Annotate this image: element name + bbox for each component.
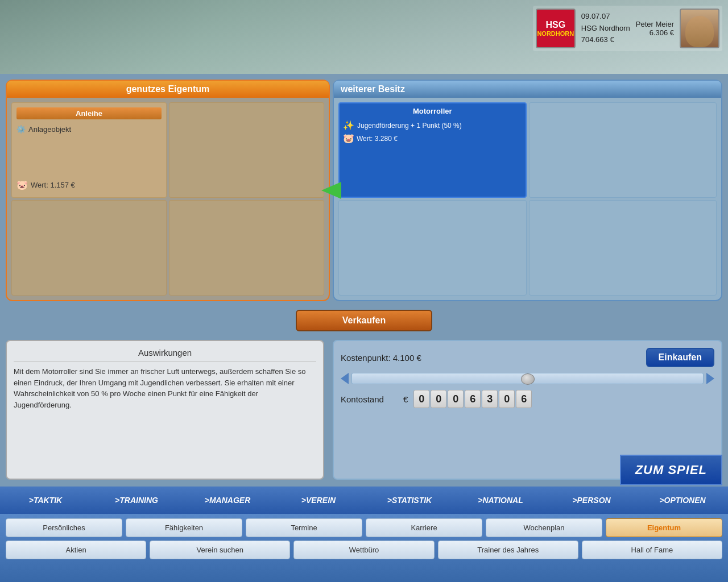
logo-text: HSG <box>545 20 565 30</box>
nav-manager[interactable]: >MANAGER <box>182 488 273 513</box>
nav-training[interactable]: >TRAINING <box>91 488 182 513</box>
bottom-section: Auswirkungen Mit dem Motorroller sind Si… <box>6 340 722 480</box>
panels-row: genutzes Eigentum Anleihe ⚙️ Anlageobjek… <box>6 80 722 301</box>
einkaufen-button[interactable]: Einkaufen <box>646 348 714 367</box>
club-logo: HSG NORDHORN <box>536 9 576 48</box>
kostenpunkt-row: Kostenpunkt: 4.100 € Einkaufen <box>341 348 714 367</box>
slider-row <box>341 373 714 384</box>
left-cell-2[interactable] <box>169 102 324 198</box>
verkaufen-row: Verkaufen <box>6 310 722 331</box>
kontostand-digits: 0006306 <box>413 390 532 408</box>
tab-personliches[interactable]: Persönliches <box>6 518 122 537</box>
tabs-row-2: Aktien Verein suchen Wettbüro Trainer de… <box>6 541 722 559</box>
tabs-area: Persönliches Fähigkeiten Termine Karrier… <box>0 514 728 582</box>
nav-bar: >TAKTIK >TRAINING >MANAGER >VEREIN >STAT… <box>0 487 728 514</box>
tab-trainer-des-jahres[interactable]: Trainer des Jahres <box>438 541 578 559</box>
digit-box: 6 <box>465 390 481 408</box>
digit-box: 0 <box>431 390 446 408</box>
motorroller-cell[interactable]: Motorroller ✨ Jugendförderung + 1 Punkt … <box>338 102 527 198</box>
digit-box: 6 <box>516 390 532 408</box>
nav-taktik[interactable]: >TAKTIK <box>0 488 91 513</box>
star-icon: ✨ <box>343 120 354 131</box>
transfer-left-arrow[interactable] <box>321 182 341 199</box>
header: HSG NORDHORN 09.07.07 HSG Nordhorn 704.6… <box>533 6 722 51</box>
transfer-arrow-container[interactable] <box>321 182 341 199</box>
avatar <box>680 9 719 48</box>
slider-left-arrow[interactable] <box>341 373 349 384</box>
nav-national[interactable]: >NATIONAL <box>455 488 546 513</box>
motorroller-value: 🐷 Wert: 3.280 € <box>343 133 522 144</box>
nav-statistik[interactable]: >STATISTIK <box>364 488 455 513</box>
kontostand-label: Kontostand <box>341 394 398 404</box>
gear-icon: ⚙️ <box>16 125 26 134</box>
right-grid: Motorroller ✨ Jugendförderung + 1 Punkt … <box>338 102 717 296</box>
digit-box: 0 <box>413 390 429 408</box>
right-panel-title: weiterer Besitz <box>334 81 721 98</box>
left-cell-3[interactable] <box>11 200 167 296</box>
nav-verein[interactable]: >VEREIN <box>273 488 364 513</box>
auswirkungen-text: Mit dem Motorroller sind Sie immer an fr… <box>14 366 316 410</box>
auswirkungen-panel: Auswirkungen Mit dem Motorroller sind Si… <box>6 340 324 480</box>
right-cell-2[interactable] <box>529 102 717 198</box>
motorroller-title: Motorroller <box>343 107 522 115</box>
digit-box: 0 <box>448 390 464 408</box>
nav-person[interactable]: >PERSON <box>546 488 637 513</box>
cell-1-header: Anleihe <box>16 107 162 119</box>
right-cell-3[interactable] <box>338 200 527 296</box>
header-balance: 704.663 € <box>581 34 630 46</box>
left-grid: Anleihe ⚙️ Anlageobjekt 🐷 Wert: 1.157 € <box>11 102 324 296</box>
pig-icon-2: 🐷 <box>343 133 354 144</box>
avatar-face <box>685 16 714 47</box>
left-cell-1[interactable]: Anleihe ⚙️ Anlageobjekt 🐷 Wert: 1.157 € <box>11 102 167 198</box>
kontostand-row: Kontostand € 0006306 <box>341 390 714 408</box>
tab-eigentum[interactable]: Eigentum <box>606 518 722 537</box>
right-cell-4[interactable] <box>529 200 717 296</box>
zum-spiel-area: ZUM SPIEL <box>620 455 722 485</box>
digit-box: 3 <box>482 390 498 408</box>
main-content: genutzes Eigentum Anleihe ⚙️ Anlageobjek… <box>0 74 728 485</box>
tab-verein-suchen[interactable]: Verein suchen <box>150 541 290 559</box>
tab-hall-of-fame[interactable]: Hall of Fame <box>582 541 722 559</box>
slider-right-arrow[interactable] <box>706 373 714 384</box>
zum-spiel-button[interactable]: ZUM SPIEL <box>620 455 722 485</box>
kontostand-currency: € <box>403 394 408 404</box>
left-panel-title: genutzes Eigentum <box>7 81 329 98</box>
pig-icon-1: 🐷 <box>16 180 28 190</box>
manager-salary: 6.306 € <box>650 28 674 37</box>
header-date: 09.07.07 <box>581 11 630 23</box>
auswirkungen-title: Auswirkungen <box>14 348 316 361</box>
right-panel: weiterer Besitz Motorroller ✨ Jugendförd… <box>333 80 722 301</box>
cell-1-value: 🐷 Wert: 1.157 € <box>16 180 162 190</box>
left-cell-4[interactable] <box>169 200 324 296</box>
manager-info: Peter Meier 6.306 € <box>636 20 674 37</box>
header-info: 09.07.07 HSG Nordhorn 704.663 € <box>581 11 630 46</box>
manager-name: Peter Meier <box>636 20 674 28</box>
motorroller-bonus: ✨ Jugendförderung + 1 Punkt (50 %) <box>343 120 522 131</box>
tab-wettburo[interactable]: Wettbüro <box>293 541 434 559</box>
header-club: HSG Nordhorn <box>581 23 630 35</box>
digit-box: 0 <box>499 390 515 408</box>
verkaufen-button[interactable]: Verkaufen <box>296 310 432 331</box>
tab-fahigkeiten[interactable]: Fähigkeiten <box>126 518 242 537</box>
slider-track[interactable] <box>351 373 704 384</box>
tab-aktien[interactable]: Aktien <box>6 541 146 559</box>
tab-karriere[interactable]: Karriere <box>366 518 482 537</box>
slider-thumb[interactable] <box>521 373 535 385</box>
tab-termine[interactable]: Termine <box>246 518 362 537</box>
kostenpunkt-label: Kostenpunkt: 4.100 € <box>341 353 421 363</box>
tabs-row-1: Persönliches Fähigkeiten Termine Karrier… <box>6 518 722 537</box>
cell-1-item: ⚙️ Anlageobjekt <box>16 125 162 134</box>
tab-wochenplan[interactable]: Wochenplan <box>486 518 602 537</box>
nav-optionen[interactable]: >OPTIONEN <box>637 488 728 513</box>
logo-sub: NORDHORN <box>537 30 574 37</box>
left-panel: genutzes Eigentum Anleihe ⚙️ Anlageobjek… <box>6 80 330 301</box>
